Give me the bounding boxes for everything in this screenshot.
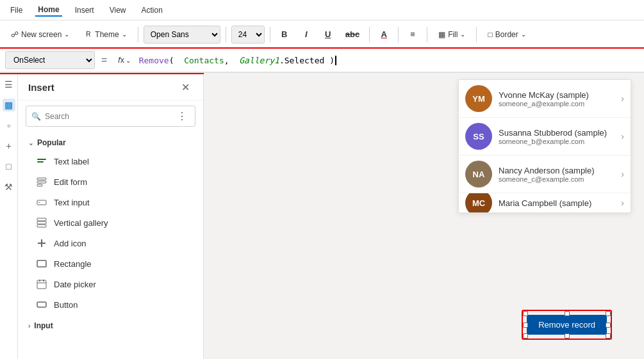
underline-button[interactable]: U xyxy=(319,26,337,44)
svg-rect-2 xyxy=(37,178,46,180)
search-box: 🔍 ⋮ xyxy=(26,106,195,127)
chevron-right-icon: › xyxy=(621,93,624,104)
gallery-info: Maria Campbell (sample) xyxy=(499,198,615,208)
svg-rect-0 xyxy=(37,159,46,160)
rectangle-label: Rectangle xyxy=(54,259,92,269)
vertical-gallery-item[interactable]: Vertical gallery xyxy=(18,212,203,233)
resize-handle-tm[interactable] xyxy=(565,311,570,316)
panel-title: Insert xyxy=(28,82,54,93)
resize-handle-rm[interactable] xyxy=(606,323,611,328)
gallery-info: Susanna Stubberod (sample) someone_b@exa… xyxy=(499,128,615,145)
hamburger-icon[interactable]: ☰ xyxy=(3,78,15,91)
gallery-info: Nancy Anderson (sample) someone_c@exampl… xyxy=(499,166,615,183)
chevron-down-icon: ⌄ xyxy=(126,57,131,64)
component-icon[interactable]: □ xyxy=(3,160,15,173)
divider xyxy=(226,27,226,42)
chevron-right-icon: › xyxy=(621,131,624,141)
chevron-right-icon: › xyxy=(28,323,30,330)
svg-rect-7 xyxy=(37,218,46,221)
button-item[interactable]: Button xyxy=(18,294,203,315)
border-button[interactable]: □ Border ⌄ xyxy=(482,27,531,42)
avatar: NA xyxy=(465,161,492,187)
fill-icon: ▦ xyxy=(438,30,445,39)
resize-handle-bl[interactable] xyxy=(523,333,528,339)
property-select[interactable]: OnSelect xyxy=(5,51,95,69)
menu-insert[interactable]: Insert xyxy=(72,4,97,16)
divider xyxy=(138,27,138,42)
equals-sign: = xyxy=(99,54,110,66)
chevron-down-icon: ⌄ xyxy=(521,31,526,38)
text-input-item[interactable]: Text input xyxy=(18,192,203,212)
edit-form-item[interactable]: Edit form xyxy=(18,172,203,192)
contact-name: Nancy Anderson (sample) xyxy=(499,166,615,175)
layers-icon[interactable]: ▩ xyxy=(3,99,15,111)
menu-home[interactable]: Home xyxy=(35,4,62,17)
gallery-widget: YM Yvonne McKay (sample) someone_a@examp… xyxy=(458,79,631,213)
svg-rect-17 xyxy=(37,302,46,307)
chevron-right-icon: › xyxy=(621,169,624,179)
plus-icon xyxy=(36,237,47,249)
gallery-item-partial[interactable]: MC Maria Campbell (sample) › xyxy=(459,193,631,212)
avatar: MC xyxy=(465,193,492,212)
formula-input[interactable]: Remove( Contacts, Gallery1.Selected ) xyxy=(139,56,639,65)
svg-rect-3 xyxy=(37,181,46,183)
resize-handle-bm[interactable] xyxy=(565,333,570,339)
menu-view[interactable]: View xyxy=(107,4,129,16)
search-input[interactable] xyxy=(45,112,170,121)
text-label-item[interactable]: Text label xyxy=(18,151,203,172)
input-section-label: Input xyxy=(34,321,53,330)
gallery-info: Yvonne McKay (sample) someone_a@example.… xyxy=(499,90,615,108)
fill-button[interactable]: ▦ Fill ⌄ xyxy=(433,27,471,42)
resize-handle-lm[interactable] xyxy=(523,323,528,328)
resize-handle-tl[interactable] xyxy=(523,311,528,316)
bold-button[interactable]: B xyxy=(276,26,293,44)
add-icon[interactable]: + xyxy=(3,140,15,152)
add-icon-item[interactable]: Add icon xyxy=(18,233,203,253)
resize-handle-br[interactable] xyxy=(606,333,611,339)
align-button[interactable]: ≡ xyxy=(404,26,422,44)
new-screen-button[interactable]: ☍ New screen ⌄ xyxy=(5,27,75,42)
font-family-select[interactable]: Open Sans xyxy=(144,26,220,44)
fx-button[interactable]: fx ⌄ xyxy=(113,54,135,67)
contact-email: someone_b@example.com xyxy=(499,138,615,145)
text-input-label: Text input xyxy=(54,198,90,207)
avatar: SS xyxy=(465,123,492,150)
svg-rect-9 xyxy=(37,225,46,227)
formula-remove: Remove xyxy=(139,56,169,65)
panel-header: Insert ✕ xyxy=(18,73,203,100)
tool-icon[interactable]: ⚒ xyxy=(3,180,15,193)
remove-record-button[interactable]: Remove record xyxy=(527,315,607,335)
canvas-area[interactable]: YM Yvonne McKay (sample) someone_a@examp… xyxy=(204,73,644,359)
input-section-header[interactable]: › Input xyxy=(18,317,203,334)
gallery-item[interactable]: NA Nancy Anderson (sample) someone_c@exa… xyxy=(459,156,631,193)
gallery-item[interactable]: SS Susanna Stubberod (sample) someone_b@… xyxy=(459,118,631,156)
screen-icon: ☍ xyxy=(11,30,19,39)
svg-rect-4 xyxy=(37,184,42,186)
edit-form-label: Edit form xyxy=(54,177,87,187)
font-color-button[interactable]: A xyxy=(375,26,393,44)
menu-action[interactable]: Action xyxy=(139,4,165,16)
contact-email: someone_a@example.com xyxy=(499,100,615,108)
theme-button[interactable]: Ｒ Theme ⌄ xyxy=(79,26,132,43)
date-picker-item[interactable]: Date picker xyxy=(18,274,203,294)
resize-handle-tr[interactable] xyxy=(606,311,611,316)
chevron-down-icon: ⌄ xyxy=(460,31,465,38)
rectangle-item[interactable]: Rectangle xyxy=(18,253,203,274)
menu-file[interactable]: File xyxy=(8,4,25,16)
more-options-icon[interactable]: ⋮ xyxy=(174,109,190,124)
date-picker-label: Date picker xyxy=(54,280,96,289)
italic-button[interactable]: I xyxy=(297,26,315,44)
button-icon xyxy=(36,299,47,310)
font-size-select[interactable]: 24 xyxy=(231,26,265,44)
tree-icon[interactable]: ▫ xyxy=(3,119,15,132)
panel-close-button[interactable]: ✕ xyxy=(178,79,193,95)
theme-icon: Ｒ xyxy=(85,29,92,40)
strikethrough-button[interactable]: abc xyxy=(341,26,364,44)
gallery-item[interactable]: YM Yvonne McKay (sample) someone_a@examp… xyxy=(459,80,631,118)
button-selection-box: Remove record xyxy=(522,310,612,340)
divider xyxy=(398,27,399,42)
chevron-down-icon: ⌄ xyxy=(64,31,69,38)
divider xyxy=(369,27,370,42)
popular-section-header[interactable]: ⌄ Popular xyxy=(18,134,203,151)
formula-contacts: Contacts xyxy=(184,56,224,65)
